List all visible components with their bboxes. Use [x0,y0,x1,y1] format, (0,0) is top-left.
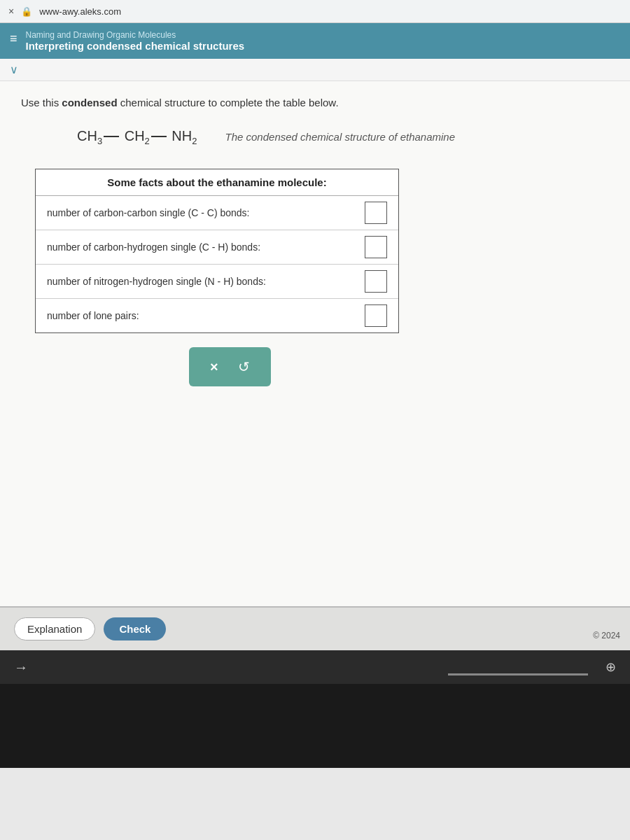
bond-line-1 [104,136,119,137]
chevron-down-icon[interactable]: ∨ [10,64,18,76]
row-3-label: number of nitrogen-hydrogen single (N - … [47,276,356,287]
modal-overlay: × ↺ [189,347,271,386]
bottom-bar: Explanation Check © 2024 [0,606,630,650]
modal-close-icon[interactable]: × [210,359,218,375]
table-row: number of carbon-hydrogen single (C - H)… [36,230,398,265]
modal-undo-icon[interactable]: ↺ [238,358,250,375]
row-4-input-box [365,304,387,327]
instruction-bold: condensed [62,97,117,108]
info-icon[interactable]: ⊕ [606,659,616,675]
taskbar-progress-line [448,673,588,676]
close-icon[interactable]: × [8,6,14,17]
dark-bottom-area [0,684,630,768]
table-row: number of nitrogen-hydrogen single (N - … [36,265,398,299]
row-1-input[interactable] [366,203,386,223]
row-2-input[interactable] [366,237,386,257]
row-2-input-box [365,236,387,258]
facts-table: Some facts about the ethanamine molecule… [35,169,399,333]
row-2-label: number of carbon-hydrogen single (C - H)… [47,241,356,253]
nav-title: Interpreting condensed chemical structur… [26,40,245,52]
table-row: number of carbon-carbon single (C - C) b… [36,196,398,230]
bond-line-2 [151,136,167,137]
chem-formula: CH3 CH2 NH2 [77,128,197,146]
main-content: Use this condensed chemical structure to… [0,81,630,606]
table-row: number of lone pairs: [36,299,398,332]
taskbar: → ⊕ [0,650,630,684]
row-1-input-box [365,202,387,224]
row-4-label: number of lone pairs: [47,310,356,321]
instruction-prefix: Use this [21,97,62,108]
facts-table-header: Some facts about the ethanamine molecule… [36,169,398,196]
next-arrow-icon[interactable]: → [14,659,28,676]
check-button[interactable]: Check [104,617,166,640]
row-3-input-box [365,270,387,293]
row-1-label: number of carbon-carbon single (C - C) b… [47,207,356,218]
nav-subtitle: Naming and Drawing Organic Molecules [26,30,245,40]
copyright-text: © 2024 [593,631,620,640]
chevron-row[interactable]: ∨ [0,59,630,81]
top-nav: ≡ Naming and Drawing Organic Molecules I… [0,23,630,59]
instruction-suffix: chemical structure to complete the table… [118,97,339,108]
explanation-button[interactable]: Explanation [14,617,95,640]
chem-description: The condensed chemical structure of etha… [225,131,456,143]
lock-icon: 🔒 [21,6,32,17]
nav-text: Naming and Drawing Organic Molecules Int… [26,30,245,52]
instruction-text: Use this condensed chemical structure to… [21,95,609,111]
chem-structure-row: CH3 CH2 NH2 The condensed chemical struc… [21,128,609,146]
row-4-input[interactable] [366,306,386,326]
hamburger-icon[interactable]: ≡ [10,31,18,46]
row-3-input[interactable] [366,272,386,291]
browser-chrome: × 🔒 www-awy.aleks.com [0,0,630,23]
browser-url: www-awy.aleks.com [39,6,121,17]
